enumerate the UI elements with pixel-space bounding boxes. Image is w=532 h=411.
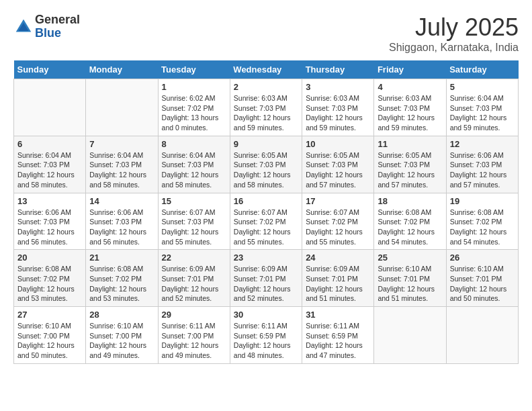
header-cell-sunday: Sunday [14,60,86,79]
calendar-header: SundayMondayTuesdayWednesdayThursdayFrid… [14,60,519,79]
location: Shiggaon, Karnataka, India [389,42,519,54]
day-number: 31 [306,310,370,320]
day-info: Sunrise: 6:07 AMSunset: 7:02 PMDaylight:… [234,208,298,247]
calendar-cell: 1Sunrise: 6:02 AMSunset: 7:02 PMDaylight… [158,79,230,136]
month-year: July 2025 [389,13,519,42]
day-info: Sunrise: 6:10 AMSunset: 7:01 PMDaylight:… [378,264,442,304]
title-section: July 2025 Shiggaon, Karnataka, India [389,13,519,54]
day-number: 28 [89,310,154,320]
day-number: 20 [17,253,82,263]
day-number: 1 [162,82,226,92]
day-number: 11 [378,139,442,149]
calendar-cell: 17Sunrise: 6:07 AMSunset: 7:02 PMDayligh… [302,193,374,250]
day-number: 13 [17,196,82,206]
day-info: Sunrise: 6:06 AMSunset: 7:03 PMDaylight:… [17,208,82,247]
calendar-cell: 27Sunrise: 6:10 AMSunset: 7:00 PMDayligh… [14,307,86,364]
day-number: 8 [162,139,226,149]
day-number: 12 [450,139,515,149]
calendar-cell: 8Sunrise: 6:04 AMSunset: 7:03 PMDaylight… [158,136,230,193]
day-info: Sunrise: 6:09 AMSunset: 7:01 PMDaylight:… [162,264,226,304]
header-cell-tuesday: Tuesday [158,60,230,79]
day-info: Sunrise: 6:10 AMSunset: 7:00 PMDaylight:… [17,321,82,361]
logo-general: General [35,13,80,27]
calendar-cell: 23Sunrise: 6:09 AMSunset: 7:01 PMDayligh… [230,250,302,307]
day-info: Sunrise: 6:08 AMSunset: 7:02 PMDaylight:… [89,264,154,304]
calendar-table: SundayMondayTuesdayWednesdayThursdayFrid… [13,60,519,364]
day-info: Sunrise: 6:09 AMSunset: 7:01 PMDaylight:… [234,264,298,304]
day-number: 30 [234,310,298,320]
day-info: Sunrise: 6:09 AMSunset: 7:01 PMDaylight:… [306,264,370,304]
calendar-cell: 19Sunrise: 6:08 AMSunset: 7:02 PMDayligh… [446,193,518,250]
calendar-cell: 21Sunrise: 6:08 AMSunset: 7:02 PMDayligh… [86,250,158,307]
calendar-cell: 4Sunrise: 6:03 AMSunset: 7:03 PMDaylight… [374,79,446,136]
day-info: Sunrise: 6:05 AMSunset: 7:03 PMDaylight:… [306,150,370,190]
header-cell-wednesday: Wednesday [230,60,302,79]
day-number: 3 [306,82,370,92]
calendar-cell: 12Sunrise: 6:06 AMSunset: 7:03 PMDayligh… [446,136,518,193]
day-number: 21 [89,253,154,263]
day-info: Sunrise: 6:03 AMSunset: 7:03 PMDaylight:… [306,93,370,133]
day-number: 23 [234,253,298,263]
day-number: 6 [17,139,82,149]
week-row: 6Sunrise: 6:04 AMSunset: 7:03 PMDaylight… [14,136,519,193]
header-cell-monday: Monday [86,60,158,79]
day-info: Sunrise: 6:05 AMSunset: 7:03 PMDaylight:… [378,150,442,190]
week-row: 1Sunrise: 6:02 AMSunset: 7:02 PMDaylight… [14,79,519,136]
day-info: Sunrise: 6:08 AMSunset: 7:02 PMDaylight:… [17,264,82,304]
day-info: Sunrise: 6:03 AMSunset: 7:03 PMDaylight:… [378,93,442,133]
day-info: Sunrise: 6:04 AMSunset: 7:03 PMDaylight:… [450,93,515,133]
week-row: 20Sunrise: 6:08 AMSunset: 7:02 PMDayligh… [14,250,519,307]
logo: General Blue [13,13,80,40]
day-number: 29 [162,310,226,320]
day-info: Sunrise: 6:10 AMSunset: 7:00 PMDaylight:… [89,321,154,361]
week-row: 13Sunrise: 6:06 AMSunset: 7:03 PMDayligh… [14,193,519,250]
calendar-cell [86,79,158,136]
calendar-cell: 10Sunrise: 6:05 AMSunset: 7:03 PMDayligh… [302,136,374,193]
calendar-cell: 30Sunrise: 6:11 AMSunset: 6:59 PMDayligh… [230,307,302,364]
header-cell-saturday: Saturday [446,60,518,79]
day-number: 7 [89,139,154,149]
header-cell-friday: Friday [374,60,446,79]
day-number: 27 [17,310,82,320]
calendar-cell [374,307,446,364]
day-number: 16 [234,196,298,206]
day-info: Sunrise: 6:06 AMSunset: 7:03 PMDaylight:… [89,208,154,247]
day-info: Sunrise: 6:04 AMSunset: 7:03 PMDaylight:… [17,150,82,190]
day-number: 14 [89,196,154,206]
day-number: 25 [378,253,442,263]
day-number: 2 [234,82,298,92]
day-info: Sunrise: 6:06 AMSunset: 7:03 PMDaylight:… [450,150,515,190]
logo-text: General Blue [35,13,80,40]
calendar-cell: 20Sunrise: 6:08 AMSunset: 7:02 PMDayligh… [14,250,86,307]
day-number: 22 [162,253,226,263]
calendar-cell: 25Sunrise: 6:10 AMSunset: 7:01 PMDayligh… [374,250,446,307]
calendar-cell: 7Sunrise: 6:04 AMSunset: 7:03 PMDaylight… [86,136,158,193]
day-number: 4 [378,82,442,92]
day-info: Sunrise: 6:03 AMSunset: 7:03 PMDaylight:… [234,93,298,133]
header-cell-thursday: Thursday [302,60,374,79]
calendar-cell: 14Sunrise: 6:06 AMSunset: 7:03 PMDayligh… [86,193,158,250]
week-row: 27Sunrise: 6:10 AMSunset: 7:00 PMDayligh… [14,307,519,364]
day-info: Sunrise: 6:08 AMSunset: 7:02 PMDaylight:… [450,208,515,247]
day-info: Sunrise: 6:02 AMSunset: 7:02 PMDaylight:… [162,93,226,133]
day-number: 9 [234,139,298,149]
calendar-cell: 15Sunrise: 6:07 AMSunset: 7:03 PMDayligh… [158,193,230,250]
day-info: Sunrise: 6:11 AMSunset: 6:59 PMDaylight:… [306,321,370,361]
day-number: 18 [378,196,442,206]
calendar-cell: 13Sunrise: 6:06 AMSunset: 7:03 PMDayligh… [14,193,86,250]
calendar-cell: 2Sunrise: 6:03 AMSunset: 7:03 PMDaylight… [230,79,302,136]
day-info: Sunrise: 6:07 AMSunset: 7:02 PMDaylight:… [306,208,370,247]
calendar-cell: 18Sunrise: 6:08 AMSunset: 7:02 PMDayligh… [374,193,446,250]
day-info: Sunrise: 6:08 AMSunset: 7:02 PMDaylight:… [378,208,442,247]
day-number: 24 [306,253,370,263]
calendar-cell: 11Sunrise: 6:05 AMSunset: 7:03 PMDayligh… [374,136,446,193]
day-info: Sunrise: 6:10 AMSunset: 7:01 PMDaylight:… [450,264,515,304]
day-info: Sunrise: 6:11 AMSunset: 7:00 PMDaylight:… [162,321,226,361]
day-number: 15 [162,196,226,206]
header-row: SundayMondayTuesdayWednesdayThursdayFrid… [14,60,519,79]
day-number: 5 [450,82,515,92]
calendar-cell [14,79,86,136]
calendar-cell: 16Sunrise: 6:07 AMSunset: 7:02 PMDayligh… [230,193,302,250]
day-info: Sunrise: 6:04 AMSunset: 7:03 PMDaylight:… [162,150,226,190]
calendar-cell: 26Sunrise: 6:10 AMSunset: 7:01 PMDayligh… [446,250,518,307]
